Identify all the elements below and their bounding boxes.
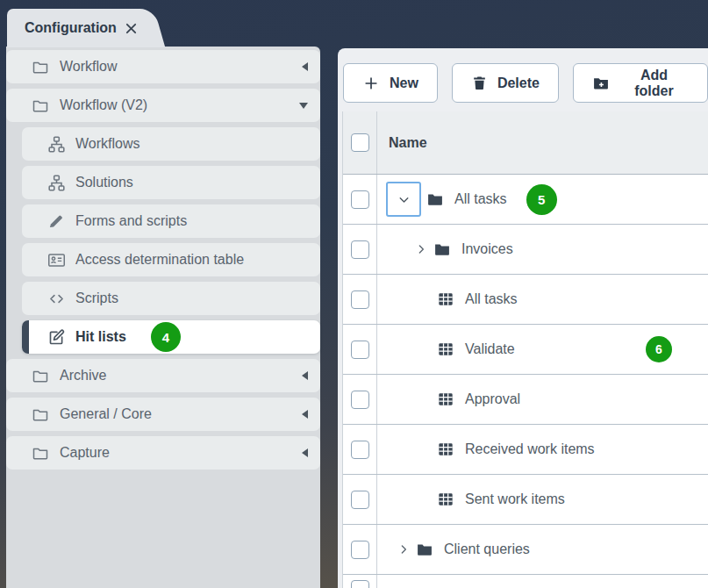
main-panel: New Delete Add folder Name	[338, 48, 708, 588]
chevron-right-icon[interactable]	[397, 542, 411, 556]
folder-plus-icon	[592, 75, 610, 92]
sidebar-item-workflows[interactable]: Workflows	[22, 127, 320, 161]
row-label: Sent work items	[465, 491, 565, 507]
sidebar-item-label: Workflow	[60, 59, 118, 75]
grid-icon	[437, 491, 454, 508]
grid-icon	[437, 441, 454, 458]
row-label: Approval	[465, 391, 520, 407]
step-badge: 5	[526, 184, 557, 215]
sidebar-item-workflow[interactable]: Workflow	[6, 50, 320, 83]
tab-title: Configuration	[25, 20, 117, 36]
row-label: Client queries	[444, 541, 530, 557]
new-button-label: New	[390, 75, 418, 91]
collapse-left-icon	[302, 448, 308, 457]
table-row-received-work-items[interactable]: Received work items	[343, 425, 708, 475]
step-badge: 4	[151, 322, 181, 352]
sidebar-item-label: Workflow (V2)	[60, 97, 147, 113]
sidebar-item-general-core[interactable]: General / Core	[6, 398, 320, 431]
step-badge: 6	[646, 336, 672, 362]
folder-icon	[433, 240, 451, 258]
table-row-all-tasks[interactable]: All tasks	[343, 275, 708, 325]
folder-icon	[31, 366, 50, 385]
collapse-left-icon	[302, 410, 308, 419]
chevron-down-icon	[397, 192, 411, 207]
tab-configuration[interactable]: Configuration	[7, 9, 139, 47]
row-label: All tasks	[454, 191, 507, 207]
sidebar-item-label: Capture	[60, 445, 110, 461]
sidebar-item-solutions[interactable]: Solutions	[22, 166, 320, 199]
table-row-invoices[interactable]: Invoices	[343, 225, 708, 275]
pencil-icon	[46, 212, 66, 231]
table-row-client-queries[interactable]: Client queries	[343, 525, 708, 575]
folder-icon	[31, 405, 50, 424]
edit-icon	[46, 327, 66, 347]
collapse-left-icon	[302, 371, 308, 380]
collapse-left-icon	[302, 62, 308, 71]
sitemap-icon	[46, 134, 66, 154]
sidebar-item-workflow-v2[interactable]: Workflow (V2)	[6, 89, 320, 122]
row-label: Validate	[465, 341, 515, 357]
toolbar: New Delete Add folder	[343, 63, 708, 103]
folder-icon	[426, 190, 444, 208]
row-checkbox[interactable]	[351, 341, 369, 359]
row-checkbox[interactable]	[351, 391, 369, 409]
add-folder-button[interactable]: Add folder	[573, 63, 708, 103]
row-label: Received work items	[465, 441, 595, 457]
row-checkbox[interactable]	[351, 541, 369, 559]
folder-icon	[31, 96, 50, 115]
sidebar-item-capture[interactable]: Capture	[6, 436, 320, 470]
row-label: All tasks	[465, 291, 518, 307]
grid-icon	[437, 391, 454, 408]
sidebar-item-hit-lists[interactable]: Hit lists 4	[22, 320, 320, 354]
row-label: Invoices	[461, 241, 513, 257]
table-row-all-tasks-folder[interactable]: All tasks 5	[343, 175, 708, 225]
folder-icon	[31, 443, 50, 463]
row-checkbox[interactable]	[351, 190, 369, 209]
plus-icon	[362, 75, 380, 92]
code-icon	[46, 289, 66, 308]
sidebar-item-label: Access determination table	[75, 252, 244, 268]
add-folder-button-label: Add folder	[619, 68, 689, 99]
table-row-approval[interactable]: Approval	[343, 375, 708, 425]
row-checkbox[interactable]	[351, 441, 369, 459]
sitemap-icon	[46, 173, 66, 192]
table-header: Name	[343, 111, 708, 175]
select-all-checkbox[interactable]	[351, 133, 369, 152]
delete-button-label: Delete	[497, 75, 540, 91]
folder-icon	[31, 57, 50, 76]
sidebar-item-label: Hit lists	[75, 329, 126, 345]
id-card-icon	[46, 250, 66, 269]
chevron-right-icon[interactable]	[414, 242, 428, 256]
sidebar-item-label: Workflows	[75, 136, 140, 152]
grid-icon	[437, 290, 454, 308]
sidebar-item-label: Solutions	[75, 175, 133, 190]
trash-icon	[471, 75, 488, 91]
name-column-header: Name	[389, 135, 427, 151]
row-checkbox[interactable]	[351, 491, 369, 509]
sidebar-item-label: General / Core	[60, 406, 152, 422]
table-row-partial	[343, 575, 708, 588]
delete-button[interactable]: Delete	[452, 63, 559, 103]
close-icon[interactable]	[125, 23, 137, 34]
table-row-sent-work-items[interactable]: Sent work items	[343, 475, 708, 525]
sidebar-item-label: Scripts	[75, 290, 118, 306]
expand-down-icon	[299, 103, 308, 109]
folder-icon	[416, 541, 433, 558]
table-row-validate[interactable]: Validate 6	[343, 325, 708, 375]
sidebar-item-label: Archive	[60, 368, 106, 384]
grid-icon	[437, 341, 454, 358]
configuration-screen: Configuration Workflow Workflow (V2) Wor…	[0, 0, 708, 588]
sidebar-item-archive[interactable]: Archive	[6, 359, 320, 392]
new-button[interactable]: New	[343, 63, 438, 103]
collapse-row-button[interactable]	[386, 182, 421, 217]
sidebar-item-scripts[interactable]: Scripts	[22, 282, 320, 315]
sidebar: Workflow Workflow (V2) Workflows Solutio…	[6, 47, 320, 588]
hit-lists-table: Name All tasks 5	[342, 111, 708, 588]
row-checkbox[interactable]	[351, 290, 369, 309]
row-checkbox[interactable]	[351, 240, 369, 259]
sidebar-item-forms-and-scripts[interactable]: Forms and scripts	[22, 204, 320, 238]
sidebar-item-access-determination-table[interactable]: Access determination table	[22, 243, 320, 276]
row-checkbox[interactable]	[351, 580, 369, 588]
sidebar-item-label: Forms and scripts	[75, 213, 187, 229]
